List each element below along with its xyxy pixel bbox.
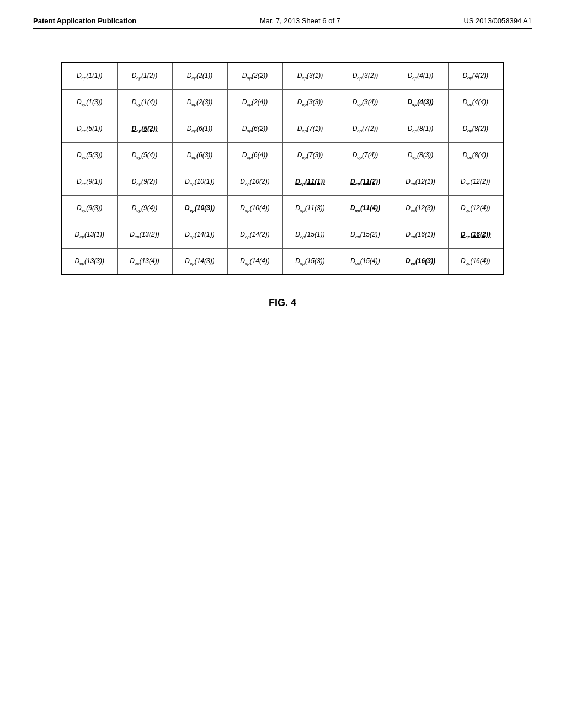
table-cell: Dep(3(3)) <box>282 89 338 116</box>
table-cell: Dep(10(4)) <box>227 195 282 222</box>
table-cell: Dep(11(2)) <box>338 169 393 195</box>
table-cell: Dop(3(2)) <box>338 63 393 89</box>
table-row: Dep(13(1))Dep(13(2))Dep(14(1))Dep(14(2))… <box>62 222 503 248</box>
table-cell: Dep(13(3)) <box>62 248 117 275</box>
table-cell: Dep(14(3)) <box>172 248 227 275</box>
table-cell: Dep(16(2)) <box>448 222 503 248</box>
table-cell: Dop(16(4)) <box>448 248 503 275</box>
header-right: US 2013/0058394 A1 <box>463 17 532 25</box>
table-cell: Dep(6(3)) <box>172 142 227 169</box>
table-cell: Dep(5(3)) <box>62 142 117 169</box>
figure-4-table: Dep(1(1))Dop(1(2))Dep(2(1))Dop(2(2))Dep(… <box>61 62 504 275</box>
table-cell: Dop(2(2)) <box>227 63 282 89</box>
main-content: Dep(1(1))Dop(1(2))Dep(2(1))Dop(2(2))Dep(… <box>33 62 532 309</box>
table-cell: Dop(7(2)) <box>338 116 393 142</box>
page: Patent Application Publication Mar. 7, 2… <box>0 0 565 728</box>
table-cell: Dep(10(3)) <box>172 195 227 222</box>
table-cell: Dep(14(4)) <box>227 248 282 275</box>
table-cell: Dep(10(1)) <box>172 169 227 195</box>
table-cell: Dep(5(2)) <box>117 116 172 142</box>
table-cell: Dep(13(1)) <box>62 222 117 248</box>
table-cell: Dop(9(4)) <box>117 195 172 222</box>
table-cell: Dep(6(1)) <box>172 116 227 142</box>
table-cell: Dep(5(1)) <box>62 116 117 142</box>
table-cell: Dep(12(1)) <box>393 169 448 195</box>
table-cell: Dep(15(2)) <box>338 222 393 248</box>
table-cell: Dop(12(2)) <box>448 169 503 195</box>
table-row: Dep(9(1))Dop(9(2))Dep(10(1))Dep(10(2))De… <box>62 169 503 195</box>
table-cell: Dep(14(2)) <box>227 222 282 248</box>
table-cell: Dep(12(3)) <box>393 195 448 222</box>
table-cell: Dep(3(1)) <box>282 63 338 89</box>
header-center: Mar. 7, 2013 Sheet 6 of 7 <box>260 17 340 25</box>
table-cell: Dop(4(2)) <box>448 63 503 89</box>
table-row: Dep(5(1))Dep(5(2))Dep(6(1))Dop(6(2))Dep(… <box>62 116 503 142</box>
table-cell: Dep(9(3)) <box>62 195 117 222</box>
table-cell: Dop(1(2)) <box>117 63 172 89</box>
table-cell: Dop(6(2)) <box>227 116 282 142</box>
table-cell: Dep(10(2)) <box>227 169 282 195</box>
table-cell: Dep(15(3)) <box>282 248 338 275</box>
table-cell: Dep(11(1)) <box>282 169 338 195</box>
header-left: Patent Application Publication <box>33 17 136 25</box>
table-row: Dep(1(3))Dop(1(4))Dep(2(3))Dop(2(4))Dep(… <box>62 89 503 116</box>
table-cell: Dop(6(4)) <box>227 142 282 169</box>
table-cell: Dep(11(3)) <box>282 195 338 222</box>
table-cell: Dop(8(4)) <box>448 142 503 169</box>
table-row: Dep(5(3))Dep(5(4))Dep(6(3))Dop(6(4))Dep(… <box>62 142 503 169</box>
table-cell: Dop(8(2)) <box>448 116 503 142</box>
table-cell: Dep(13(2)) <box>117 222 172 248</box>
table-row: Dep(13(3))Dop(13(4))Dep(14(3))Dep(14(4))… <box>62 248 503 275</box>
table-cell: Dep(14(1)) <box>172 222 227 248</box>
table-cell: Dep(1(1)) <box>62 63 117 89</box>
table-cell: Dop(2(4)) <box>227 89 282 116</box>
table-cell: Dop(7(4)) <box>338 142 393 169</box>
table-cell: Dep(7(3)) <box>282 142 338 169</box>
page-header: Patent Application Publication Mar. 7, 2… <box>33 17 532 29</box>
table-cell: Dop(3(4)) <box>338 89 393 116</box>
table-cell: Dep(15(1)) <box>282 222 338 248</box>
table-cell: Dep(4(3)) <box>393 89 448 116</box>
table-cell: Dep(9(1)) <box>62 169 117 195</box>
table-cell: Dop(1(4)) <box>117 89 172 116</box>
table-cell: Dop(12(4)) <box>448 195 503 222</box>
table-cell: Dep(8(3)) <box>393 142 448 169</box>
table-cell: Dop(9(2)) <box>117 169 172 195</box>
table-cell: Dep(5(4)) <box>117 142 172 169</box>
table-cell: Dep(16(3)) <box>393 248 448 275</box>
table-row: Dep(1(1))Dop(1(2))Dep(2(1))Dop(2(2))Dep(… <box>62 63 503 89</box>
table-row: Dep(9(3))Dop(9(4))Dep(10(3))Dep(10(4))De… <box>62 195 503 222</box>
table-cell: Dep(8(1)) <box>393 116 448 142</box>
table-cell: Dep(2(1)) <box>172 63 227 89</box>
table-cell: Dep(16(1)) <box>393 222 448 248</box>
figure-label: FIG. 4 <box>269 297 296 309</box>
table-cell: Dep(7(1)) <box>282 116 338 142</box>
table-cell: Dep(11(4)) <box>338 195 393 222</box>
table-cell: Dop(15(4)) <box>338 248 393 275</box>
table-cell: Dop(13(4)) <box>117 248 172 275</box>
table-cell: Dep(1(3)) <box>62 89 117 116</box>
table-cell: Dep(2(3)) <box>172 89 227 116</box>
table-cell: Dep(4(1)) <box>393 63 448 89</box>
table-cell: Dop(4(4)) <box>448 89 503 116</box>
